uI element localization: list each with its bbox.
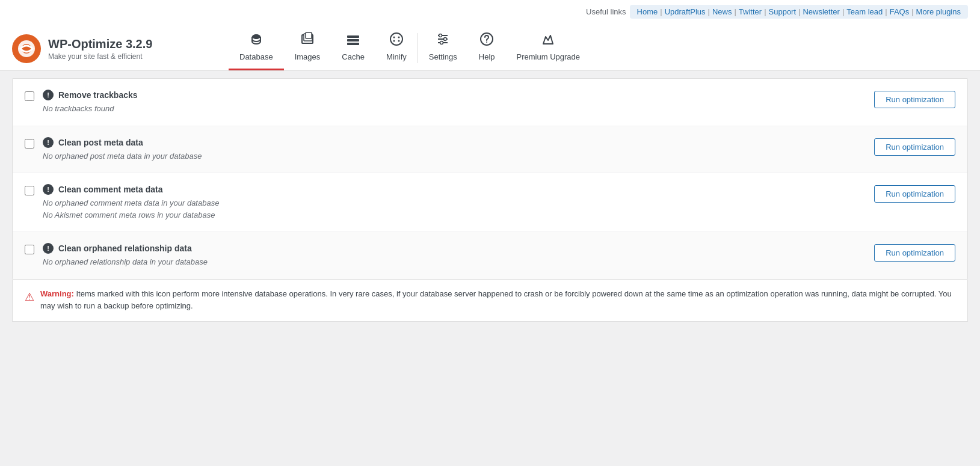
help-label: Help: [479, 52, 495, 61]
link-news[interactable]: News: [712, 7, 732, 16]
opt-action-clean-orphaned-relationship: Run optimization: [874, 243, 955, 262]
useful-links-label: Useful links: [586, 7, 626, 16]
tab-premium-upgrade[interactable]: Premium Upgrade: [506, 27, 591, 70]
opt-row-clean-orphaned-relationship: ! Clean orphaned relationship data No or…: [13, 232, 967, 279]
checkbox-input-remove-trackbacks[interactable]: [25, 91, 34, 101]
tab-cache[interactable]: Cache: [331, 29, 375, 70]
svg-point-19: [440, 41, 443, 44]
checkbox-clean-comment-meta[interactable]: [25, 186, 34, 197]
tab-settings[interactable]: Settings: [418, 27, 468, 70]
sep: |: [911, 7, 913, 16]
link-faqs[interactable]: FAQs: [890, 7, 910, 16]
run-btn-clean-comment-meta[interactable]: Run optimization: [874, 185, 955, 203]
opt-action-clean-post-meta: Run optimization: [874, 137, 955, 156]
svg-rect-5: [306, 32, 312, 38]
checkbox-input-clean-orphaned-relationship[interactable]: [25, 245, 34, 254]
top-bar: Useful links Home | UpdraftPlus | News |…: [0, 0, 980, 71]
svg-point-12: [393, 40, 395, 42]
warning-icon-clean-post-meta: !: [43, 137, 54, 148]
link-home[interactable]: Home: [637, 7, 658, 16]
useful-links-bar: Home | UpdraftPlus | News | Twitter | Su…: [630, 5, 968, 19]
svg-point-13: [398, 40, 399, 42]
sep: |: [764, 7, 766, 16]
link-twitter[interactable]: Twitter: [739, 7, 762, 16]
sep: |: [660, 7, 662, 16]
cache-icon: [346, 34, 360, 49]
run-btn-clean-orphaned-relationship[interactable]: Run optimization: [874, 244, 955, 262]
tab-help[interactable]: Help: [468, 27, 506, 70]
sep: |: [708, 7, 710, 16]
tab-database[interactable]: Database: [229, 27, 284, 70]
warning-prefix: Warning:: [40, 289, 74, 298]
warning-footer-icon: ⚠: [25, 289, 34, 306]
opt-desc1-clean-comment-meta: No orphaned comment meta data in your da…: [43, 197, 862, 209]
svg-point-10: [393, 37, 395, 38]
link-support[interactable]: Support: [769, 7, 797, 16]
logo-icon: [12, 34, 41, 63]
app-tagline: Make your site fast & efficient: [48, 52, 152, 61]
optimizations-container: ! Remove trackbacks No trackbacks found …: [12, 78, 968, 280]
opt-title-row-clean-orphaned-relationship: ! Clean orphaned relationship data: [43, 243, 862, 254]
images-label: Images: [295, 52, 321, 61]
minify-label: Minify: [386, 52, 407, 61]
run-btn-clean-post-meta[interactable]: Run optimization: [874, 138, 955, 156]
opt-action-remove-trackbacks: Run optimization: [874, 90, 955, 108]
link-newsletter[interactable]: Newsletter: [803, 7, 839, 16]
opt-info-clean-comment-meta: ! Clean comment meta data No orphaned co…: [43, 184, 862, 221]
sep: |: [798, 7, 800, 16]
opt-title-clean-orphaned-relationship: Clean orphaned relationship data: [58, 244, 192, 253]
header-main: WP-Optimize 3.2.9 Make your site fast & …: [12, 21, 968, 70]
logo-text-block: WP-Optimize 3.2.9 Make your site fast & …: [48, 37, 152, 61]
svg-point-18: [444, 38, 447, 41]
svg-point-9: [390, 33, 402, 45]
tab-minify[interactable]: Minify: [375, 27, 418, 70]
images-icon: [300, 32, 315, 49]
checkbox-clean-orphaned-relationship[interactable]: [25, 245, 34, 256]
sep: |: [885, 7, 887, 16]
tab-images[interactable]: Images: [284, 27, 331, 70]
opt-info-remove-trackbacks: ! Remove trackbacks No trackbacks found: [43, 90, 862, 115]
opt-info-clean-post-meta: ! Clean post meta data No orphaned post …: [43, 137, 862, 162]
settings-icon: [436, 32, 450, 49]
warning-icon-clean-comment-meta: !: [43, 184, 54, 195]
useful-links-row: Useful links Home | UpdraftPlus | News |…: [12, 0, 968, 21]
cache-label: Cache: [342, 52, 365, 61]
warning-text: Items marked with this icon perform more…: [40, 289, 952, 311]
sep: |: [734, 7, 736, 16]
opt-title-row-clean-post-meta: ! Clean post meta data: [43, 137, 862, 148]
link-updraftplus[interactable]: UpdraftPlus: [665, 7, 706, 16]
opt-desc-clean-post-meta: No orphaned post meta data in your datab…: [43, 150, 862, 162]
link-team-lead[interactable]: Team lead: [846, 7, 883, 16]
opt-row-clean-post-meta: ! Clean post meta data No orphaned post …: [13, 126, 967, 174]
svg-point-21: [486, 41, 487, 43]
svg-rect-8: [347, 43, 359, 45]
premium-upgrade-icon: [541, 32, 555, 49]
logo-area: WP-Optimize 3.2.9 Make your site fast & …: [12, 34, 205, 63]
opt-desc-remove-trackbacks: No trackbacks found: [43, 103, 862, 115]
warning-footer-text: Warning: Items marked with this icon per…: [40, 288, 955, 313]
minify-icon: [389, 32, 404, 49]
database-icon: [249, 32, 263, 49]
run-btn-remove-trackbacks[interactable]: Run optimization: [874, 91, 955, 108]
checkbox-clean-post-meta[interactable]: [25, 139, 34, 150]
opt-title-row-clean-comment-meta: ! Clean comment meta data: [43, 184, 862, 195]
checkbox-remove-trackbacks[interactable]: [25, 91, 34, 103]
warning-footer: ⚠ Warning: Items marked with this icon p…: [12, 280, 968, 322]
svg-rect-7: [347, 39, 359, 41]
opt-row-remove-trackbacks: ! Remove trackbacks No trackbacks found …: [13, 79, 967, 126]
svg-rect-6: [347, 35, 359, 38]
svg-point-11: [398, 37, 399, 38]
help-icon: [479, 32, 494, 49]
warning-icon-remove-trackbacks: !: [43, 90, 54, 100]
link-more-plugins[interactable]: More plugins: [916, 7, 961, 16]
main-content: ! Remove trackbacks No trackbacks found …: [0, 78, 980, 334]
opt-title-clean-comment-meta: Clean comment meta data: [58, 185, 163, 194]
checkbox-input-clean-post-meta[interactable]: [25, 139, 34, 149]
checkbox-input-clean-comment-meta[interactable]: [25, 186, 34, 195]
opt-title-remove-trackbacks: Remove trackbacks: [58, 90, 138, 100]
svg-point-17: [439, 34, 442, 37]
nav-tabs: Database Images: [205, 27, 968, 70]
opt-desc2-clean-comment-meta: No Akismet comment meta rows in your dat…: [43, 209, 862, 221]
app-name: WP-Optimize 3.2.9: [48, 37, 152, 51]
opt-title-clean-post-meta: Clean post meta data: [58, 138, 143, 147]
